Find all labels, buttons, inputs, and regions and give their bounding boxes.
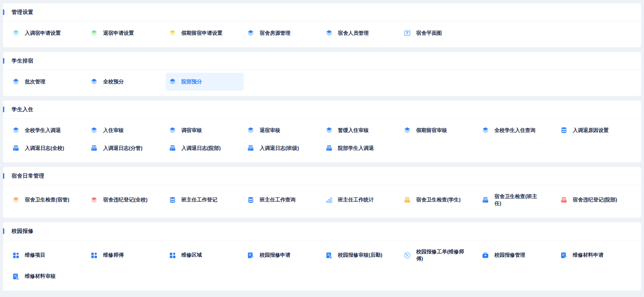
menu-item[interactable]: 宿舍违纪登记(院部) [557, 188, 635, 212]
section-title: 学生入住 [12, 106, 33, 112]
menu-item[interactable]: 入调退原因设置 [557, 121, 635, 139]
drawer-icon [325, 145, 333, 152]
section-header: 学生排宿 [3, 52, 641, 70]
menu-item[interactable]: 入调退日志(院部) [166, 139, 244, 157]
menu-item-label: 假期留宿申请设置 [181, 30, 223, 37]
menu-item[interactable]: 院部学生入调退 [322, 139, 400, 157]
menu-item[interactable]: 退宿审核 [244, 121, 322, 139]
menu-item-label: 班主任工作统计 [338, 196, 374, 203]
layers-icon [404, 127, 411, 134]
menu-item[interactable]: 校园报修审核(后勤) [322, 243, 400, 268]
menu-item[interactable]: 维修项目 [9, 243, 87, 268]
section-grid: 宿舍卫生检查(宿管) 宿舍违纪登记(全校) 班主任工作登记 班主任工作查询 班主… [3, 185, 641, 218]
menu-item-label: 入调退日志(院部) [181, 145, 221, 152]
menu-item[interactable]: 宿舍卫生检查(班主任) [478, 188, 557, 212]
section-title: 学生排宿 [12, 58, 33, 64]
menu-item[interactable]: 宿舍卫生检查(学生) [400, 188, 478, 212]
menu-item[interactable]: 校园报修管理 [478, 243, 557, 268]
menu-item-label: 全校学生入调退 [25, 127, 61, 134]
menu-item[interactable]: 暂缓入住审核 [322, 121, 400, 139]
menu-item-label: 假期留宿审核 [416, 127, 447, 134]
section-header: 校园报修 [3, 222, 641, 240]
menu-item[interactable]: 宿舍人员管理 [322, 24, 400, 42]
menu-item[interactable]: 入调宿申请设置 [9, 24, 87, 42]
menu-item[interactable]: 批次管理 [9, 73, 87, 91]
chart-icon [325, 196, 333, 204]
menu-item[interactable]: 校园报修申请 [244, 243, 322, 268]
menu-item[interactable]: 入调退日志(分管) [87, 139, 165, 157]
layers-icon [12, 29, 20, 37]
section-header: 管理设置 [3, 3, 641, 21]
layers-icon [169, 127, 176, 134]
menu-item-label: 班主任工作查询 [260, 196, 296, 203]
menu-item-label: 宿舍违纪登记(院部) [573, 196, 617, 203]
menu-item-label: 入调退日志(班级) [260, 145, 299, 152]
menu-item[interactable]: 入住审核 [87, 121, 165, 139]
drawer-icon [90, 145, 98, 152]
menu-item[interactable]: 假期留宿申请设置 [166, 24, 244, 42]
menu-item-label: 宿舍人员管理 [338, 30, 369, 37]
menu-item-label: 入调宿申请设置 [25, 30, 61, 37]
layers-icon [325, 127, 333, 134]
menu-item[interactable]: 班主任工作登记 [166, 188, 244, 212]
menu-item[interactable]: 宿舍卫生检查(宿管) [9, 188, 87, 212]
map-icon [404, 29, 411, 37]
menu-item[interactable]: 调宿审核 [166, 121, 244, 139]
menu-item-label: 宿舍违纪登记(全校) [103, 196, 147, 203]
section-grid: 批次管理 全校预分 院部预分 [3, 70, 641, 96]
section-title: 校园报修 [12, 228, 33, 234]
doc-user-icon [12, 273, 20, 280]
menu-item[interactable]: 维修材料申请 [557, 243, 635, 268]
menu-item[interactable]: 维修区域 [166, 243, 244, 268]
menu-item[interactable]: 全校学生入住查询 [478, 121, 557, 139]
layers-icon [247, 127, 254, 134]
accent-bar [3, 58, 4, 64]
section-card: 宿舍日常管理 宿舍卫生检查(宿管) 宿舍违纪登记(全校) 班主任工作登记 班主任… [3, 167, 641, 218]
section-header: 宿舍日常管理 [3, 167, 641, 185]
section-card: 管理设置 入调宿申请设置 退宿申请设置 假期留宿申请设置 宿舍房源管理 宿舍人员… [3, 3, 641, 47]
tools-icon [404, 252, 411, 259]
menu-item[interactable]: 校园报修工单(维修师傅) [400, 243, 478, 268]
menu-item-label: 校园报修审核(后勤) [338, 252, 382, 259]
menu-item[interactable]: 维修师傅 [87, 243, 165, 268]
menu-item[interactable]: 入调退日志(全校) [9, 139, 87, 157]
layers-icon [169, 29, 176, 37]
menu-item[interactable]: 班主任工作查询 [244, 188, 322, 212]
layers-icon [325, 29, 333, 37]
menu-item[interactable]: 院部预分 [166, 73, 244, 91]
menu-item-label: 班主任工作登记 [181, 196, 218, 203]
menu-item[interactable]: 退宿申请设置 [87, 24, 165, 42]
menu-item-label: 退宿审核 [260, 127, 280, 134]
menu-item[interactable]: 宿舍平面图 [400, 24, 478, 42]
menu-item-label: 全校学生入住查询 [494, 127, 535, 134]
menu-item[interactable]: 全校学生入调退 [9, 121, 87, 139]
drawer-icon [560, 196, 568, 204]
menu-item-label: 维修材料审核 [25, 273, 56, 280]
doc-edit-icon [247, 252, 254, 259]
menu-item-label: 宿舍卫生检查(学生) [416, 196, 461, 203]
menu-item[interactable]: 宿舍违纪登记(全校) [87, 188, 165, 212]
menu-item-label: 校园报修申请 [260, 252, 290, 259]
menu-item[interactable]: 维修材料审核 [9, 268, 87, 285]
section-grid: 全校学生入调退 入住审核 调宿审核 退宿审核 暂缓入住审核 假期留宿审核 全校学… [3, 119, 641, 162]
menu-item-label: 维修项目 [25, 252, 45, 259]
database-icon [560, 127, 568, 134]
menu-item[interactable]: 全校预分 [87, 73, 165, 91]
menu-item[interactable]: 假期留宿审核 [400, 121, 478, 139]
menu-item[interactable]: 入调退日志(班级) [244, 139, 322, 157]
accent-bar [3, 107, 4, 112]
menu-item-label: 院部学生入调退 [338, 145, 374, 152]
menu-item-label: 入调退日志(全校) [25, 145, 64, 152]
menu-item[interactable]: 班主任工作统计 [322, 188, 400, 212]
drawer-icon [482, 196, 489, 204]
menu-item[interactable]: 宿舍房源管理 [244, 24, 322, 42]
database-icon [169, 196, 176, 204]
section-header: 学生入住 [3, 101, 641, 118]
menu-item-label: 宿舍卫生检查(宿管) [25, 196, 69, 203]
menu-item-label: 宿舍卫生检查(班主任) [494, 193, 542, 207]
grid-icon [12, 252, 20, 259]
menu-item-label: 入调退日志(分管) [103, 145, 142, 152]
menu-item-label: 全校预分 [103, 78, 124, 85]
menu-item-label: 退宿申请设置 [103, 30, 134, 37]
section-grid: 入调宿申请设置 退宿申请设置 假期留宿申请设置 宿舍房源管理 宿舍人员管理 宿舍… [3, 21, 641, 47]
